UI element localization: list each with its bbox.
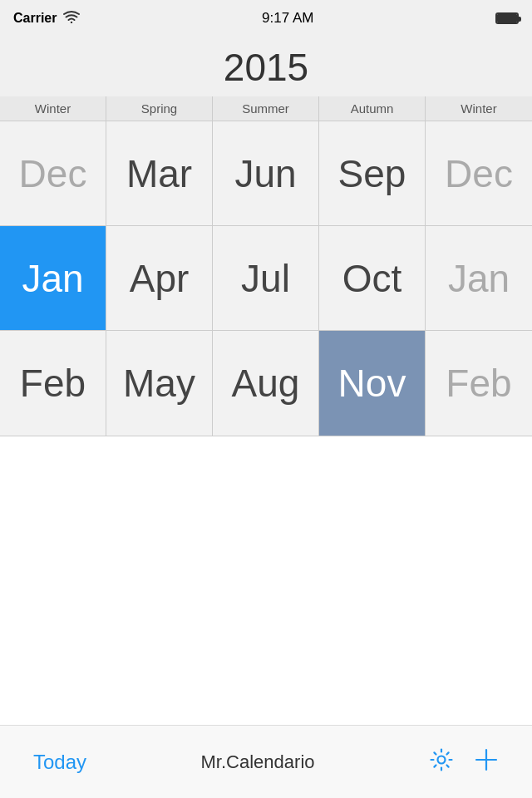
month-cell-nov-r3c4[interactable]: Nov [319, 331, 426, 436]
month-cell-feb-r3c5[interactable]: Feb [426, 331, 532, 436]
status-bar: Carrier 9:17 AM [0, 0, 532, 37]
month-cell-jan-r2c5[interactable]: Jan [426, 226, 532, 331]
season-row: WinterSpringSummerAutumnWinter [0, 96, 532, 121]
status-time: 9:17 AM [262, 10, 313, 27]
add-button[interactable] [474, 747, 499, 776]
season-autumn-3: Autumn [319, 96, 426, 121]
month-cell-may-r3c2[interactable]: May [106, 331, 213, 436]
month-cell-aug-r3c3[interactable]: Aug [213, 331, 319, 436]
carrier-label: Carrier [13, 11, 57, 26]
gear-icon [429, 747, 454, 772]
season-winter-0: Winter [0, 96, 106, 121]
tab-icons [429, 747, 499, 776]
month-cell-feb-r3c1[interactable]: Feb [0, 331, 106, 436]
season-winter-4: Winter [426, 96, 532, 121]
main-area [0, 436, 532, 749]
plus-icon [474, 747, 499, 772]
month-cell-jan-r2c1[interactable]: Jan [0, 226, 106, 331]
tab-bar: Today Mr.Calendario [0, 725, 532, 798]
month-cell-dec-r1c5[interactable]: Dec [426, 121, 532, 226]
month-cell-apr-r2c2[interactable]: Apr [106, 226, 213, 331]
month-cell-dec-r1c1[interactable]: Dec [0, 121, 106, 226]
app-title: Mr.Calendario [201, 751, 315, 773]
month-cell-sep-r1c4[interactable]: Sep [319, 121, 426, 226]
month-cell-mar-r1c2[interactable]: Mar [106, 121, 213, 226]
month-cell-jul-r2c3[interactable]: Jul [213, 226, 319, 331]
svg-point-0 [71, 22, 72, 23]
month-grid: DecMarJunSepDecJanAprJulOctJanFebMayAugN… [0, 121, 532, 436]
svg-point-1 [438, 756, 446, 764]
month-cell-oct-r2c4[interactable]: Oct [319, 226, 426, 331]
year-title: 2015 [0, 37, 532, 96]
today-button[interactable]: Today [33, 751, 86, 774]
settings-button[interactable] [429, 747, 454, 776]
season-spring-1: Spring [106, 96, 213, 121]
season-summer-2: Summer [213, 96, 319, 121]
wifi-icon [63, 10, 80, 27]
battery-icon [495, 12, 519, 24]
month-cell-jun-r1c3[interactable]: Jun [213, 121, 319, 226]
